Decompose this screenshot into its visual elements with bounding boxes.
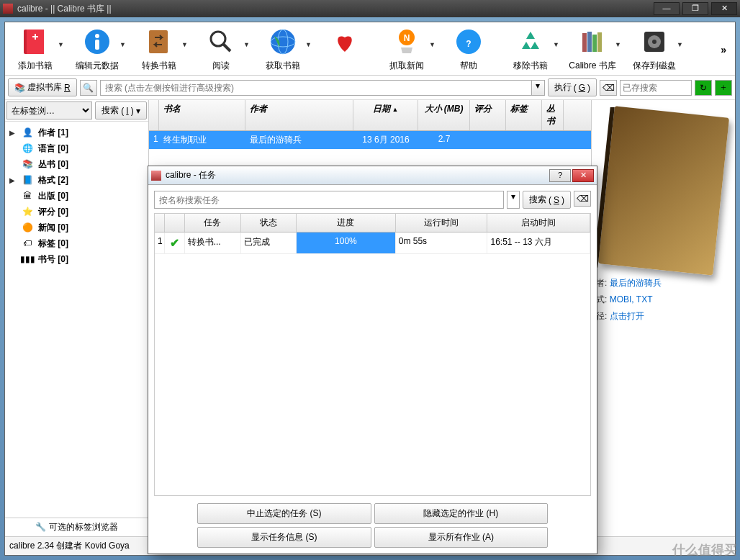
progress-bar: 100% xyxy=(297,232,396,253)
tag-browser-sidebar: 在标签浏… 搜索 (I) ▾ ▶👤作者 [1] 🌐语言 [0] 📚丛书 [0] … xyxy=(5,100,149,536)
hide-job-button[interactable]: 隐藏选定的作业 (H) xyxy=(374,503,549,524)
col-date[interactable]: 日期▲ xyxy=(353,100,418,130)
tag-browser-options[interactable]: 🔧 可选的标签浏览器 xyxy=(5,518,148,536)
remove-books-button[interactable]: ▼ 移除书籍 xyxy=(503,27,558,72)
add-saved-search-icon[interactable]: ＋ xyxy=(715,80,732,96)
tree-formats[interactable]: ▶📘格式 [2] xyxy=(6,172,147,188)
job-row[interactable]: 1 ✔ 转换书... 已完成 100% 0m 55s 16:51 -- 13 六… xyxy=(155,232,590,254)
watermark: 什么值得买 xyxy=(672,541,737,559)
dialog-help-button[interactable]: ? xyxy=(549,169,571,182)
book-plus-icon xyxy=(20,27,50,57)
clear-search-icon[interactable]: ⌫ xyxy=(600,80,617,96)
jcol-progress[interactable]: 进度 xyxy=(297,214,396,232)
svg-rect-7 xyxy=(149,30,168,53)
svg-rect-20 xyxy=(597,32,602,52)
main-toolbar: ▼ 添加书籍 ▼ 编辑元数据 ▼ 转换书籍 ▼ 阅读 ▼ 获取书籍 N▼ 抓取新… xyxy=(5,22,735,76)
jcol-task[interactable]: 任务 xyxy=(185,214,242,232)
rss-icon: N xyxy=(392,27,422,57)
jcol-runtime[interactable]: 运行时间 xyxy=(396,214,488,232)
detail-author-link[interactable]: 最后的游骑兵 xyxy=(610,278,662,288)
col-tags[interactable]: 标签 xyxy=(506,100,542,130)
fetch-books-button[interactable]: ▼ 获取书籍 xyxy=(256,27,310,72)
tag-browse-select[interactable]: 在标签浏… xyxy=(6,101,92,119)
svg-rect-18 xyxy=(587,32,592,52)
dialog-titlebar[interactable]: calibre - 任务 ? ✕ xyxy=(148,166,597,185)
virtual-library-button[interactable]: 📚 虚拟书库 R xyxy=(8,78,77,96)
dialog-close-button[interactable]: ✕ xyxy=(572,169,594,182)
jobs-search-button[interactable]: 搜索 (S) xyxy=(523,191,571,209)
library-icon xyxy=(577,27,608,57)
col-title[interactable]: 书名 xyxy=(159,100,245,130)
magnifier-icon xyxy=(206,27,236,57)
add-books-button[interactable]: ▼ 添加书籍 xyxy=(8,27,63,72)
book-cover[interactable] xyxy=(597,106,728,276)
book-row[interactable]: 1 终生制职业 最后的游骑兵 13 6月 2016 2.7 xyxy=(149,131,591,149)
fetch-news-button[interactable]: N▼ 抓取新闻 xyxy=(379,27,434,72)
help-button[interactable]: ? 帮助 xyxy=(441,27,496,72)
book-icon: 📘 xyxy=(21,173,34,186)
category-tree: ▶👤作者 [1] 🌐语言 [0] 📚丛书 [0] ▶📘格式 [2] 🏛出版 [0… xyxy=(5,122,148,518)
read-button[interactable]: ▼ 阅读 xyxy=(194,27,248,72)
svg-rect-1 xyxy=(27,30,44,54)
svg-rect-6 xyxy=(95,40,99,50)
edit-metadata-button[interactable]: ▼ 编辑元数据 xyxy=(70,27,125,72)
tree-languages[interactable]: 🌐语言 [0] xyxy=(6,140,147,156)
dialog-icon xyxy=(151,171,161,181)
tree-authors[interactable]: ▶👤作者 [1] xyxy=(6,125,147,140)
minimize-button[interactable]: — xyxy=(654,2,680,15)
job-info-button[interactable]: 显示任务信息 (S) xyxy=(197,527,371,548)
checkmark-icon: ✔ xyxy=(165,232,185,253)
svg-point-5 xyxy=(95,34,99,38)
col-rating[interactable]: 评分 xyxy=(470,100,506,130)
saved-search-input[interactable] xyxy=(620,80,692,96)
detail-path-link[interactable]: 点击打开 xyxy=(610,311,644,321)
svg-point-23 xyxy=(652,40,656,44)
convert-icon xyxy=(144,27,174,57)
svg-point-10 xyxy=(271,30,295,54)
search-input[interactable] xyxy=(100,80,532,96)
close-button[interactable]: ✕ xyxy=(711,2,737,15)
heart-button[interactable] xyxy=(317,27,372,60)
svg-rect-19 xyxy=(592,35,597,52)
search-dropdown[interactable]: ▾ xyxy=(532,80,545,96)
maximize-button[interactable]: ❐ xyxy=(682,2,708,15)
svg-rect-3 xyxy=(35,34,36,40)
stop-job-button[interactable]: 中止选定的任务 (S) xyxy=(197,503,371,524)
show-all-jobs-button[interactable]: 显示所有作业 (A) xyxy=(374,527,549,548)
tag-icon: 🏷 xyxy=(21,237,34,250)
jobs-search-dropdown[interactable]: ▾ xyxy=(507,191,520,209)
col-size[interactable]: 大小 (MB) xyxy=(418,100,470,130)
jobs-dialog: calibre - 任务 ? ✕ ▾ 搜索 (S) ⌫ 任务 状态 进度 运行时… xyxy=(148,166,597,554)
window-titlebar: calibre - || Calibre 书库 || — ❐ ✕ xyxy=(0,0,740,17)
detail-formats-link[interactable]: MOBI, TXT xyxy=(610,294,653,304)
disk-icon xyxy=(639,27,669,57)
col-series[interactable]: 丛书 xyxy=(542,100,564,130)
save-to-disk-button[interactable]: ▼ 保存到磁盘 xyxy=(627,27,682,72)
books-icon: 📚 xyxy=(21,158,34,171)
tree-publishers[interactable]: 🏛出版 [0] xyxy=(6,188,147,204)
library-button[interactable]: ▼ Calibre 书库 xyxy=(565,27,620,72)
jobs-clear-icon[interactable]: ⌫ xyxy=(574,191,591,207)
svg-line-9 xyxy=(223,44,230,51)
search-go-button[interactable]: 执行 (G) xyxy=(548,78,597,96)
jobs-search-input[interactable] xyxy=(154,191,504,209)
recycle-icon xyxy=(515,27,546,57)
window-title: calibre - || Calibre 书库 || xyxy=(17,3,112,15)
book-table-header: 书名 作者 日期▲ 大小 (MB) 评分 标签 丛书 xyxy=(149,100,591,131)
save-search-icon[interactable]: ↻ xyxy=(695,80,712,96)
convert-books-button[interactable]: ▼ 转换书籍 xyxy=(132,27,186,72)
tree-tags[interactable]: 🏷标签 [0] xyxy=(6,235,147,251)
sidebar-search-button[interactable]: 搜索 (I) ▾ xyxy=(95,101,147,119)
jcol-start[interactable]: 启动时间 xyxy=(487,214,590,232)
tree-series[interactable]: 📚丛书 [0] xyxy=(6,156,147,172)
advanced-search-icon[interactable]: 🔍 xyxy=(80,80,97,96)
tree-news[interactable]: 🟠新闻 [0] xyxy=(6,220,147,235)
jcol-status[interactable]: 状态 xyxy=(241,214,297,232)
tree-identifiers[interactable]: ▮▮▮书号 [0] xyxy=(6,251,147,267)
help-icon: ? xyxy=(454,27,484,57)
tree-ratings[interactable]: ⭐评分 [0] xyxy=(6,204,147,220)
book-details-panel: 者: 最后的游骑兵 式: MOBI, TXT 径: 点击打开 xyxy=(591,100,735,536)
svg-rect-17 xyxy=(582,33,587,52)
toolbar-overflow[interactable]: » xyxy=(715,38,732,61)
col-author[interactable]: 作者 xyxy=(245,100,353,130)
